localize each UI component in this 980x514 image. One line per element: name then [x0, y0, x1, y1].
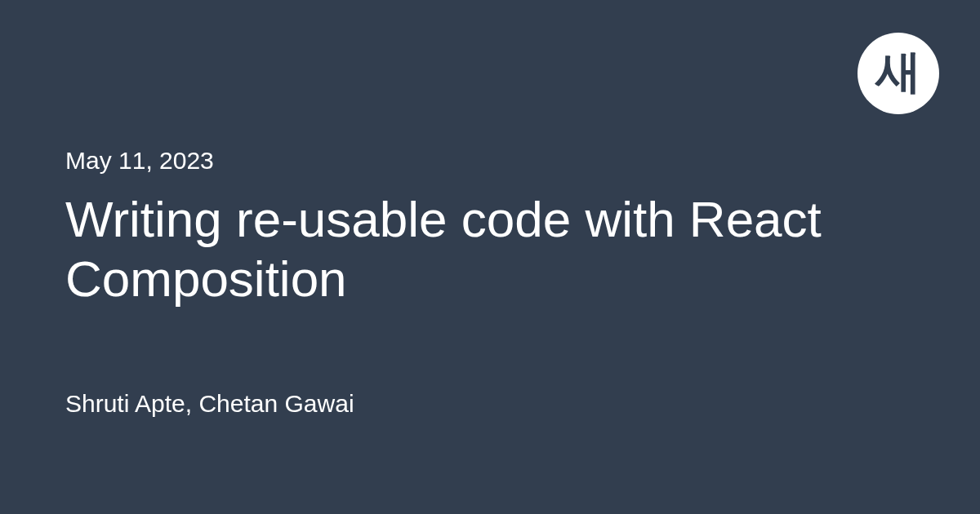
- logo-text: 새: [875, 49, 921, 95]
- site-logo: 새: [858, 33, 939, 114]
- post-title: Writing re-usable code with React Compos…: [65, 189, 841, 308]
- post-content: May 11, 2023 Writing re-usable code with…: [65, 147, 915, 418]
- post-date: May 11, 2023: [65, 147, 915, 175]
- post-authors: Shruti Apte, Chetan Gawai: [65, 390, 915, 418]
